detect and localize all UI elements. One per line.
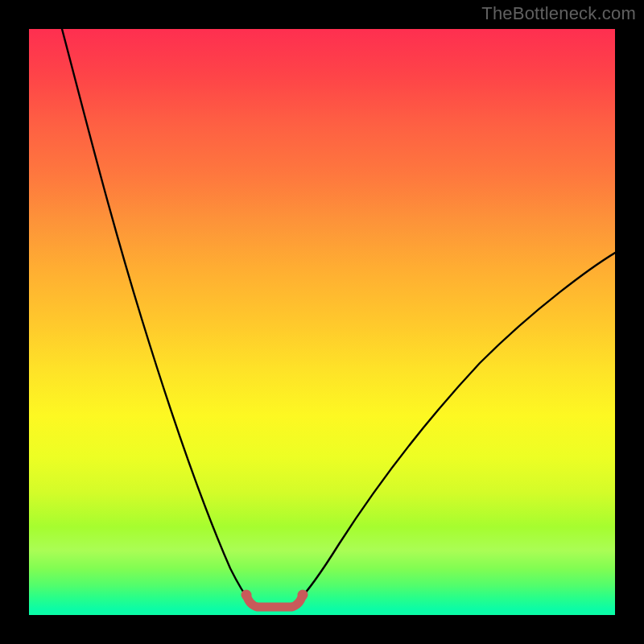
watermark-text: TheBottleneck.com bbox=[481, 3, 636, 24]
flat-endpoint-right bbox=[298, 590, 308, 601]
curve-flat-bottom bbox=[246, 595, 303, 607]
curve-right-arm bbox=[297, 253, 615, 602]
plot-area bbox=[29, 29, 615, 615]
bottleneck-curve bbox=[29, 29, 615, 615]
curve-left-arm bbox=[62, 29, 250, 602]
flat-endpoint-left bbox=[242, 590, 252, 601]
